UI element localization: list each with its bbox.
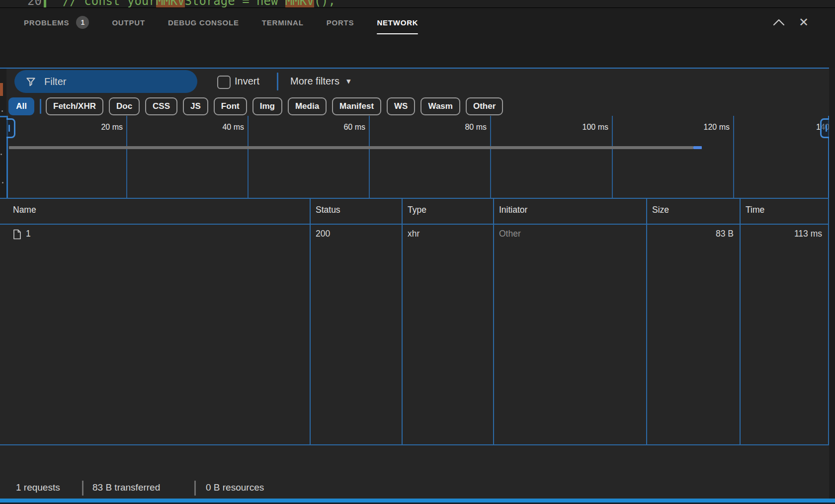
gridline-60ms (369, 116, 370, 198)
cell-name[interactable]: 1 (26, 229, 31, 239)
type-filter-js[interactable]: JS (183, 97, 208, 115)
type-filter-fetch-xhr[interactable]: Fetch/XHR (46, 97, 103, 115)
column-header-status[interactable]: Status (316, 205, 340, 215)
editor-code-text: 20// const yourMMKVStorage = new MMKV(); (0, 0, 335, 7)
chevron-up-icon (772, 18, 785, 26)
type-filter-ws[interactable]: WS (387, 97, 415, 115)
overview-ruler-match-marker (0, 83, 3, 96)
type-filter-media[interactable]: Media (288, 97, 327, 115)
gridline-80ms (490, 116, 491, 198)
table-header-bottom-border (0, 224, 829, 225)
overview-left-drag-handle[interactable] (6, 118, 15, 138)
close-icon: ✕ (799, 15, 809, 29)
type-filter-chips: Fetch/XHR Doc CSS JS Font Img Media Mani… (46, 97, 503, 115)
cell-size: 83 B (646, 229, 734, 239)
invert-checkbox[interactable] (217, 76, 231, 89)
editor-code-line: 20// const yourMMKVStorage = new MMKV(); (0, 0, 835, 7)
tab-network[interactable]: NETWORK (377, 8, 418, 37)
ruler-tick-60ms: 60 ms (321, 123, 365, 134)
type-filter-doc[interactable]: Doc (109, 97, 140, 115)
chips-separator (40, 99, 41, 114)
type-filter-other[interactable]: Other (466, 97, 503, 115)
cell-type: xhr (408, 229, 419, 239)
column-border[interactable] (493, 198, 494, 444)
cell-initiator: Other (499, 229, 521, 239)
overview-ruler-dot (2, 182, 3, 183)
column-border[interactable] (402, 198, 403, 444)
type-filter-font[interactable]: Font (214, 97, 247, 115)
overview-ruler-dot (0, 154, 2, 155)
overview-total-bar (9, 146, 693, 149)
panel-tab-bar: PROBLEMS 1 OUTPUT DEBUG CONSOLE TERMINAL… (0, 8, 835, 37)
column-header-size[interactable]: Size (652, 205, 669, 215)
funnel-outline-icon (25, 76, 36, 87)
type-filter-img[interactable]: Img (252, 97, 282, 115)
gridline-20ms (126, 116, 127, 198)
modified-gutter-marker (44, 0, 46, 7)
cell-status: 200 (316, 229, 330, 239)
column-header-initiator[interactable]: Initiator (499, 205, 527, 215)
cell-time: 113 ms (740, 229, 822, 239)
active-tab-underline (377, 33, 418, 35)
column-header-type[interactable]: Type (408, 205, 426, 215)
problems-count-badge: 1 (76, 16, 89, 29)
tab-ports[interactable]: PORTS (327, 8, 354, 37)
type-filter-css[interactable]: CSS (145, 97, 177, 115)
table-right-border (828, 198, 829, 444)
gridline-40ms (248, 116, 249, 198)
column-border[interactable] (310, 198, 311, 444)
line-number: 20 (27, 0, 42, 7)
tab-output[interactable]: OUTPUT (112, 8, 145, 37)
type-filter-manifest[interactable]: Manifest (332, 97, 381, 115)
resources-size: 0 B resources (206, 482, 264, 493)
panel-collapse-button[interactable] (770, 15, 787, 30)
network-panel: 20// const yourMMKVStorage = new MMKV();… (0, 0, 835, 504)
panel-close-button[interactable]: ✕ (795, 15, 812, 30)
overview-right-drag-handle[interactable] (820, 118, 829, 138)
column-header-name[interactable]: Name (13, 205, 36, 215)
tab-terminal[interactable]: TERMINAL (262, 8, 304, 37)
gridline-100ms (612, 116, 613, 198)
ruler-tick-100ms: 100 ms (564, 123, 608, 134)
type-filter-wasm[interactable]: Wasm (420, 97, 460, 115)
table-header-top-border (0, 198, 829, 199)
column-header-time[interactable]: Time (746, 205, 764, 215)
overview-request-bar (693, 146, 702, 149)
type-filter-all[interactable]: All (8, 97, 34, 115)
invert-label: Invert (235, 76, 259, 87)
ruler-tick-40ms: 40 ms (199, 123, 244, 134)
more-filters-button[interactable]: More filters ▾ (290, 76, 350, 87)
ruler-tick-120ms: 120 ms (685, 123, 730, 134)
filter-placeholder: Filter (44, 76, 66, 87)
network-toolbar (0, 37, 835, 68)
ruler-tick-20ms: 20 ms (78, 123, 123, 134)
search-match-highlight: MMKV (285, 0, 314, 7)
gridline-120ms (733, 116, 734, 198)
status-separator (194, 481, 196, 496)
tab-debug-console[interactable]: DEBUG CONSOLE (168, 8, 239, 37)
document-icon (13, 229, 21, 240)
filter-input[interactable]: Filter (14, 70, 197, 93)
tab-problems[interactable]: PROBLEMS 1 (24, 8, 89, 37)
requests-count: 1 requests (16, 482, 60, 493)
transferred-size: 83 B transferred (92, 482, 160, 493)
chevron-down-icon: ▾ (346, 76, 351, 86)
overview-timeline[interactable]: 20 ms 40 ms 60 ms 80 ms 100 ms 120 ms 14… (6, 116, 829, 198)
ruler-tick-80ms: 80 ms (442, 123, 487, 134)
statusbar-accent-strip (0, 499, 835, 503)
overview-ruler-dot (1, 110, 3, 112)
status-separator (82, 481, 84, 496)
search-match-highlight: MMKV (156, 0, 185, 7)
filter-row-separator (277, 73, 278, 90)
